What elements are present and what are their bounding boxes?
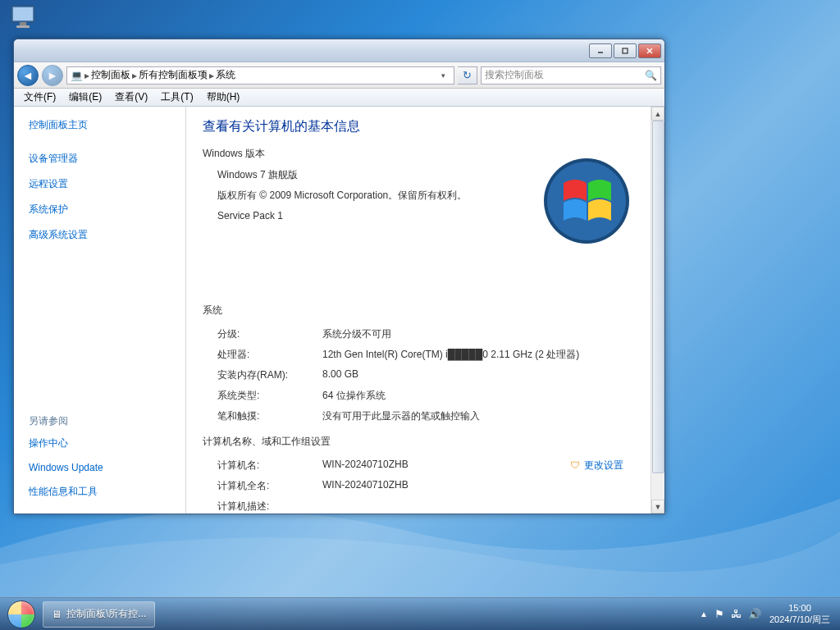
content-panel: 查看有关计算机的基本信息 Windows 版本 Windows 7 旗舰版 版权… — [186, 107, 664, 514]
ram-value: 8.00 GB — [322, 368, 648, 382]
sidebar-remote-settings[interactable]: 远程设置 — [29, 177, 171, 191]
system-section-title: 系统 — [203, 304, 648, 317]
page-heading: 查看有关计算机的基本信息 — [203, 118, 648, 135]
titlebar — [14, 39, 664, 62]
computer-icon: 💻 — [71, 70, 83, 81]
sidebar-device-manager[interactable]: 设备管理器 — [29, 152, 171, 166]
svg-rect-3 — [16, 25, 30, 28]
rating-label: 分级: — [217, 327, 322, 341]
sidebar-home[interactable]: 控制面板主页 — [29, 118, 171, 132]
address-bar[interactable]: 💻 ▸ 控制面板 ▸ 所有控制面板项 ▸ 系统 ▾ — [66, 66, 454, 84]
cname-label: 计算机名: — [217, 459, 322, 472]
forward-button[interactable]: ► — [42, 65, 63, 86]
volume-icon[interactable]: 🔊 — [748, 608, 761, 620]
taskbar: 🖥 控制面板\所有控... ▲ ⚑ 🖧 🔊 15:00 2024/7/10/周三 — [0, 597, 840, 630]
rating-link[interactable]: 系统分级不可用 — [322, 327, 648, 341]
change-settings-link[interactable]: 🛡更改设置 — [570, 459, 623, 472]
sidebar-perf-tools[interactable]: 性能信息和工具 — [29, 485, 171, 499]
clock-date: 2024/7/10/周三 — [769, 614, 830, 625]
processor-label: 处理器: — [217, 348, 322, 362]
system-window: ◄ ► 💻 ▸ 控制面板 ▸ 所有控制面板项 ▸ 系统 ▾ ↻ 搜索控制面板 🔍… — [13, 39, 665, 514]
taskbar-app-label: 控制面板\所有控... — [66, 607, 146, 621]
system-tray: ▲ ⚑ 🖧 🔊 15:00 2024/7/10/周三 — [700, 603, 837, 624]
sidebar: 控制面板主页 设备管理器 远程设置 系统保护 高级系统设置 另请参阅 操作中心 … — [14, 107, 186, 514]
menu-file[interactable]: 文件(F) — [17, 89, 62, 106]
menu-edit[interactable]: 编辑(E) — [62, 89, 108, 106]
close-button[interactable] — [638, 43, 661, 58]
breadcrumb-root[interactable]: 控制面板 — [91, 68, 130, 82]
svg-rect-2 — [20, 22, 26, 25]
scrollbar[interactable]: ▲ ▼ — [651, 107, 664, 514]
address-dropdown-icon[interactable]: ▾ — [436, 71, 450, 80]
menu-view[interactable]: 查看(V) — [108, 89, 154, 106]
fullname-label: 计算机全名: — [217, 479, 322, 493]
desc-label: 计算机描述: — [217, 500, 322, 514]
sidebar-advanced-settings[interactable]: 高级系统设置 — [29, 228, 171, 242]
systype-value: 64 位操作系统 — [322, 389, 648, 403]
back-button[interactable]: ◄ — [17, 65, 39, 86]
monitor-icon: 🖥 — [52, 609, 62, 620]
processor-value: 12th Gen Intel(R) Core(TM) i█████0 2.11 … — [322, 348, 648, 362]
sidebar-action-center[interactable]: 操作中心 — [29, 436, 171, 450]
svg-rect-5 — [623, 48, 628, 53]
sidebar-system-protection[interactable]: 系统保护 — [29, 203, 171, 217]
svg-rect-1 — [13, 7, 33, 21]
fullname-value: WIN-20240710ZHB — [322, 479, 648, 493]
refresh-button[interactable]: ↻ — [458, 66, 477, 84]
cname-value: WIN-20240710ZHB — [322, 459, 409, 472]
ram-label: 安装内存(RAM): — [217, 368, 322, 382]
search-icon: 🔍 — [645, 70, 657, 81]
navbar: ◄ ► 💻 ▸ 控制面板 ▸ 所有控制面板项 ▸ 系统 ▾ ↻ 搜索控制面板 🔍 — [14, 62, 664, 89]
search-input[interactable]: 搜索控制面板 🔍 — [481, 66, 661, 84]
flag-icon[interactable]: ⚑ — [714, 608, 724, 620]
maximize-button[interactable] — [614, 43, 637, 58]
desc-value — [322, 500, 648, 514]
namegroup-title: 计算机名称、域和工作组设置 — [203, 435, 648, 449]
menu-tools[interactable]: 工具(T) — [154, 89, 199, 106]
windows-orb-icon — [7, 600, 35, 628]
clock-time: 15:00 — [769, 603, 830, 614]
windows-logo-icon — [541, 156, 632, 246]
breadcrumb-level3[interactable]: 系统 — [216, 68, 235, 82]
network-icon[interactable]: 🖧 — [731, 608, 742, 620]
see-also-label: 另请参阅 — [29, 414, 171, 428]
clock[interactable]: 15:00 2024/7/10/周三 — [769, 603, 830, 624]
sidebar-windows-update[interactable]: Windows Update — [29, 462, 171, 473]
breadcrumb-level2[interactable]: 所有控制面板项 — [139, 68, 208, 82]
scroll-up-icon[interactable]: ▲ — [651, 107, 664, 121]
desktop-computer-icon[interactable] — [8, 4, 49, 37]
pen-label: 笔和触摸: — [217, 409, 322, 423]
start-button[interactable] — [3, 599, 39, 630]
minimize-button[interactable] — [589, 43, 612, 58]
taskbar-app-control-panel[interactable]: 🖥 控制面板\所有控... — [43, 601, 155, 628]
menu-help[interactable]: 帮助(H) — [200, 89, 247, 106]
shield-icon: 🛡 — [570, 459, 580, 471]
pen-value: 没有可用于此显示器的笔或触控输入 — [322, 409, 648, 423]
menubar: 文件(F) 编辑(E) 查看(V) 工具(T) 帮助(H) — [14, 89, 664, 107]
tray-up-icon[interactable]: ▲ — [700, 609, 708, 619]
scroll-thumb[interactable] — [652, 121, 664, 473]
scroll-down-icon[interactable]: ▼ — [651, 500, 664, 514]
search-placeholder: 搜索控制面板 — [485, 68, 544, 82]
systype-label: 系统类型: — [217, 389, 322, 403]
